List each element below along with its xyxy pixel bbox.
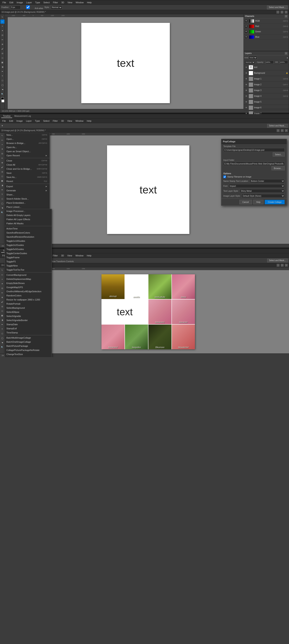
channel-row-blue[interactable]: 👁 Blue Ctrl+5 (244, 34, 289, 40)
layer-eye-text[interactable]: 👁 (245, 66, 248, 69)
tool-path[interactable]: ⬡ (0, 78, 4, 82)
timeline-tab[interactable]: Timeline (1, 114, 12, 118)
name-stamp-select[interactable]: Bottom Center Bottom Left Bottom Right T… (250, 179, 285, 183)
script-toggletick[interactable]: ToggleTickTocToe (5, 268, 52, 272)
menu-item-open[interactable]: Open... Ctrl+O (5, 137, 50, 141)
script-collage-builder[interactable]: CollageTemplateBuilder (5, 356, 52, 357)
tool-shape[interactable]: ◯ (0, 83, 4, 87)
font-select[interactable]: Impact Arial (229, 184, 285, 188)
tool-magic-wand[interactable]: ✦ (0, 29, 4, 33)
script-google-gps[interactable]: GoogleMapGPS (5, 285, 52, 289)
tool-eraser[interactable]: ◻ (0, 56, 4, 60)
layer-row-image3[interactable]: 👁 Image 3 Ctrl+8 (244, 88, 289, 93)
menu-item-browse[interactable]: Browse in Bridge... Alt+Ctrl+O (5, 141, 50, 145)
menu-view[interactable]: View (66, 1, 74, 4)
minimize-button-2[interactable]: − (277, 129, 280, 132)
script-image-processor[interactable]: Image Processor... (5, 209, 52, 213)
layer-row-image6[interactable]: 👁 Image 6 (244, 105, 289, 110)
feather-input[interactable] (10, 6, 20, 9)
script-empty-slides[interactable]: EmptySlideShows (5, 281, 52, 285)
script-batch-pkg[interactable]: BatchPicturePackage (5, 344, 52, 348)
menu2-file[interactable]: File (1, 119, 7, 122)
menu-image[interactable]: Image (15, 1, 24, 4)
tool-hand[interactable]: ☚ (0, 88, 4, 92)
script-batch-one[interactable]: BatchOnelImageCollage (5, 340, 52, 344)
menu-window[interactable]: Window (74, 1, 85, 4)
menu3-window[interactable]: Window (74, 254, 85, 257)
tool-lasso[interactable]: ⌖ (0, 24, 4, 28)
menu-item-new[interactable]: New... Ctrl+N (5, 133, 50, 137)
layer-row-image1[interactable]: 👁 Image 1 Ctrl+6 (244, 76, 289, 82)
menu-3d[interactable]: 3D (60, 1, 66, 4)
menu-item-save[interactable]: Save Ctrl+S (5, 171, 50, 175)
minimize-button-3[interactable]: − (277, 264, 280, 267)
tool3-gradient[interactable]: ▦ (0, 314, 4, 318)
tool3-text[interactable]: T (0, 327, 4, 331)
menu-select[interactable]: Select (42, 1, 51, 4)
layer-eye-image2[interactable]: 👁 (245, 83, 248, 86)
script-flatten-effects[interactable]: Flatten All Layer Effects (5, 217, 52, 222)
script-select-bg[interactable]: SelectBackground (5, 306, 52, 310)
tool3-clone[interactable]: ◎ (0, 304, 4, 308)
image-layer-select[interactable]: Default Style (None) Custom (242, 194, 285, 198)
script-toggle2x2[interactable]: Toggle2x2Guides (5, 243, 52, 247)
template-file-input[interactable] (223, 148, 285, 152)
layer-eye-background[interactable]: 👁 (245, 72, 248, 75)
menu3-view[interactable]: View (66, 254, 74, 257)
opacity-input[interactable] (265, 60, 274, 64)
select-and-mask-button-2[interactable]: Select and Mask... (267, 124, 288, 128)
script-stamp-date[interactable]: StampDate (5, 322, 52, 326)
script-select-vignette[interactable]: SelectVignette (5, 314, 52, 318)
anti-alias-checkbox[interactable] (22, 5, 34, 9)
tool-pen[interactable]: ✒ (0, 70, 4, 74)
script-select-ellipse[interactable]: SelectEllipse (5, 310, 52, 314)
tool3-pen[interactable]: ✒ (0, 322, 4, 327)
layer-eye-image3[interactable]: 👁 (245, 89, 248, 92)
filter-toggle[interactable]: ● (287, 57, 288, 59)
stamp-filename-checkbox[interactable] (223, 176, 226, 178)
menu2-view[interactable]: View (66, 119, 74, 122)
tool3-magic[interactable]: ✦ (0, 282, 4, 286)
script-togglef5[interactable]: ToggleF5 (5, 260, 52, 264)
tool3-brush[interactable]: 🖌 (0, 300, 4, 304)
menu-file[interactable]: File (1, 1, 7, 4)
tool3-move[interactable]: ↖ (0, 268, 4, 272)
menu-item-export[interactable]: Export ▶ (5, 184, 50, 188)
menu2-layer[interactable]: Layer (24, 119, 33, 122)
tool3-select[interactable]: ▭ (0, 273, 4, 277)
layer-eye-image5[interactable]: 👁 (245, 100, 248, 104)
script-change-text[interactable]: ChangeTextSize (5, 352, 52, 356)
channels-panel-menu[interactable]: ≡ (285, 15, 288, 18)
script-actiontime[interactable]: ActionTime (5, 226, 52, 231)
menu-item-save-as[interactable]: Save As... Shift+Ctrl+S (5, 175, 50, 179)
maximize-button-1[interactable]: □ (281, 11, 284, 14)
layer-row-image2[interactable]: 👁 Image 2 Ctrl+7 (244, 82, 289, 88)
script-convert-bg[interactable]: ConvertBackground (5, 273, 52, 277)
channel-eye-green[interactable]: 👁 (245, 30, 248, 33)
background-color[interactable] (1, 100, 4, 102)
layers-panel-menu[interactable]: ≡ (285, 52, 288, 55)
create-collage-button[interactable]: Create Collage (265, 200, 285, 204)
script-oneinch[interactable]: OnelInchMiteredLeftEdgeSelection (5, 289, 52, 294)
close-button-2[interactable]: × (285, 129, 288, 132)
script-toggleframe[interactable]: ToggleFrame (5, 256, 52, 260)
menu-item-smart[interactable]: Open as Smart Object... (5, 149, 50, 154)
script-batch-multi[interactable]: BatchMultiImageCollage (5, 336, 52, 340)
menu-item-place-linked[interactable]: Place Linked... (5, 205, 50, 209)
menu2-help[interactable]: Help (85, 119, 93, 122)
menu-help[interactable]: Help (86, 1, 93, 4)
menu-item-adobe-stock[interactable]: Search Adobe Stock... (5, 197, 50, 201)
tool3-eye[interactable]: ✏ (0, 291, 4, 295)
menu3-3d[interactable]: 3D (60, 254, 65, 257)
tool-crop[interactable]: ⊡ (0, 33, 4, 37)
menu2-select[interactable]: Select (42, 119, 51, 122)
measurement-log-tab[interactable]: Measurement Log (12, 114, 32, 118)
script-delete-disp[interactable]: DeleteDisplacementMap (5, 277, 52, 281)
menu-filter[interactable]: Filter (51, 1, 59, 4)
tool-eyedropper[interactable]: ✏ (0, 38, 4, 42)
channel-row-rgb[interactable]: 👁 RGB Ctrl+2 (244, 18, 289, 24)
menu-item-close-bridge[interactable]: Close and Go to Bridge... Shift+Ctrl+W (5, 167, 50, 171)
tool3-eraser[interactable]: ◻ (0, 309, 4, 313)
channel-row-green[interactable]: 👁 Green Ctrl+4 (244, 29, 289, 34)
script-toggle5x5[interactable]: Toggle5x5Guides (5, 247, 52, 251)
